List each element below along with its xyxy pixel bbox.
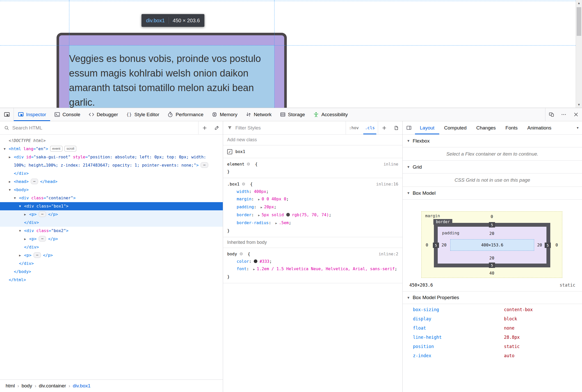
- markup-node-row[interactable]: </div>: [0, 259, 223, 268]
- page-scrollbar[interactable]: ▲ ▼: [576, 0, 582, 108]
- property-value[interactable]: 1.2em / 1.5 Helvetica Neue, Helvetica, A…: [257, 266, 394, 271]
- property-value[interactable]: 20px: [264, 204, 274, 209]
- inline-ellipsis-button[interactable]: ⋯: [34, 252, 41, 258]
- markup-node-row[interactable]: ▶<p>⋯</p>: [0, 251, 223, 259]
- markup-node-row[interactable]: ▶<div id="saka-gui-root" style="position…: [0, 153, 223, 178]
- property-name[interactable]: border: [237, 212, 251, 217]
- border-bottom-value[interactable]: 5: [489, 263, 495, 268]
- class-panel-button[interactable]: .cls: [362, 121, 378, 134]
- twisty-icon[interactable]: ▶: [23, 210, 28, 219]
- markup-node-row[interactable]: </html>: [0, 276, 223, 284]
- margin-bottom-value[interactable]: 40: [422, 271, 562, 276]
- breadcrumb-item-div-box1[interactable]: div.box1: [70, 383, 93, 389]
- inline-ellipsis-button[interactable]: ⋯: [31, 179, 38, 184]
- property-value[interactable]: #333: [259, 259, 269, 264]
- padding-bottom-value[interactable]: 20: [422, 256, 562, 260]
- inline-ellipsis-button[interactable]: ⋯: [39, 211, 46, 217]
- boxmodel-section-header[interactable]: ▼ Box Model: [403, 187, 582, 200]
- inline-ellipsis-button[interactable]: ⋯: [39, 236, 46, 242]
- markup-node-row[interactable]: </div>: [0, 243, 223, 251]
- property-name[interactable]: border-radius: [237, 220, 269, 225]
- property-name[interactable]: color: [237, 259, 249, 264]
- padding-left-value[interactable]: 20: [442, 243, 446, 247]
- color-swatch[interactable]: [286, 213, 290, 216]
- twisty-icon[interactable]: ▼: [17, 227, 23, 235]
- color-swatch[interactable]: [254, 259, 257, 263]
- markup-node-row[interactable]: ▼<div class="container">: [0, 194, 223, 202]
- rule-source-link[interactable]: inline:2: [379, 250, 398, 258]
- layout-tab-layout[interactable]: Layout: [415, 121, 439, 134]
- border-top-value[interactable]: 5: [489, 222, 495, 227]
- expand-shorthand-icon[interactable]: ▶: [261, 206, 262, 209]
- sidebar-toggle-button[interactable]: [403, 121, 415, 134]
- rule-source-link[interactable]: inline: [383, 160, 398, 168]
- layout-tab-animations[interactable]: Animations: [522, 121, 556, 134]
- filter-styles-input[interactable]: Filter Styles: [235, 125, 346, 131]
- devtools-tab-style-editor[interactable]: {}Style Editor: [122, 108, 163, 121]
- property-name[interactable]: width: [237, 189, 249, 194]
- twisty-icon[interactable]: ▼: [7, 186, 12, 194]
- breadcrumb-item-body[interactable]: body: [19, 383, 35, 389]
- twisty-icon[interactable]: ▼: [17, 202, 23, 210]
- margin-top-value[interactable]: 0: [422, 214, 562, 219]
- inline-ellipsis-button[interactable]: ⋯: [201, 162, 208, 168]
- breadcrumb-item-div-container[interactable]: div.container: [36, 383, 69, 389]
- add-class-input[interactable]: Add new class: [223, 135, 402, 145]
- selector-highlighter-icon[interactable]: [246, 162, 250, 166]
- padding-right-value[interactable]: 20: [537, 243, 542, 247]
- markup-node-row[interactable]: ▼<html lang="en">eventscroll: [0, 145, 223, 153]
- close-button[interactable]: [570, 108, 582, 121]
- markup-node-row[interactable]: ▶<p>⋯</p>: [0, 210, 223, 219]
- property-name[interactable]: font: [237, 266, 247, 271]
- markup-node-row[interactable]: ▼<div class="box1">: [0, 202, 223, 210]
- expand-shorthand-icon[interactable]: ▶: [253, 268, 255, 271]
- layout-tab-computed[interactable]: Computed: [439, 121, 471, 134]
- devtools-tab-network[interactable]: Network: [241, 108, 276, 121]
- grid-section-header[interactable]: ▼ Grid: [403, 161, 582, 173]
- twisty-icon[interactable]: ▶: [23, 235, 28, 243]
- flexbox-section-header[interactable]: ▼ Flexbox: [403, 135, 582, 147]
- property-value[interactable]: 5px solid: [262, 212, 286, 217]
- expand-shorthand-icon[interactable]: ▶: [258, 198, 260, 201]
- property-value[interactable]: .5em: [279, 220, 289, 225]
- search-html-input[interactable]: Search HTML: [12, 125, 198, 131]
- devtools-tab-performance[interactable]: Performance: [163, 108, 207, 121]
- markup-node-row[interactable]: ▶<head>⋯</head>: [0, 178, 223, 186]
- eyedropper-button[interactable]: [211, 121, 223, 134]
- twisty-icon[interactable]: ▶: [7, 153, 12, 161]
- add-node-button[interactable]: [198, 121, 211, 134]
- menu-button[interactable]: [557, 108, 570, 121]
- markup-node-row[interactable]: ▶<p>⋯</p>: [0, 235, 223, 243]
- margin-right-value[interactable]: 0: [555, 243, 558, 247]
- markup-node-row[interactable]: ▼<body>: [0, 186, 223, 194]
- devtools-tab-inspector[interactable]: Inspector: [14, 108, 50, 121]
- devtools-tab-debugger[interactable]: Debugger: [84, 108, 122, 121]
- boxmodel-properties-header[interactable]: ▼ Box Model Properties: [403, 291, 582, 304]
- margin-left-value[interactable]: 0: [426, 243, 428, 247]
- breadcrumb-item-html[interactable]: html: [3, 383, 17, 389]
- twisty-icon[interactable]: ▼: [12, 194, 17, 202]
- markup-node-row[interactable]: <!DOCTYPE html>: [0, 137, 223, 145]
- property-value[interactable]: 400px: [254, 189, 266, 194]
- border-right-value[interactable]: 5: [545, 243, 551, 248]
- devtools-tab-storage[interactable]: Storage: [276, 108, 309, 121]
- devtools-tab-console[interactable]: Console: [50, 108, 84, 121]
- markup-node-row[interactable]: ▼<div class="box2">: [0, 227, 223, 235]
- border-left-value[interactable]: 5: [433, 243, 439, 248]
- add-rule-button[interactable]: [378, 121, 390, 134]
- scrollbar-thumb[interactable]: [577, 7, 581, 36]
- badge-event[interactable]: event: [50, 146, 62, 151]
- twisty-icon[interactable]: ▶: [7, 178, 12, 186]
- padding-top-value[interactable]: 20: [422, 231, 562, 236]
- node-picker-button[interactable]: [0, 108, 14, 121]
- layout-tab-fonts[interactable]: Fonts: [501, 121, 523, 134]
- layout-tab-changes[interactable]: Changes: [471, 121, 501, 134]
- print-media-button[interactable]: [390, 121, 402, 134]
- content-box[interactable]: 400×153.6: [450, 239, 534, 251]
- markup-node-row[interactable]: </div>: [0, 219, 223, 227]
- markup-node-row[interactable]: </body>: [0, 268, 223, 276]
- selector-highlighter-icon[interactable]: [241, 182, 246, 186]
- rule-source-link[interactable]: inline:16: [376, 180, 398, 188]
- scroll-up-icon[interactable]: ▲: [576, 1, 582, 5]
- badge-scroll[interactable]: scroll: [64, 146, 76, 151]
